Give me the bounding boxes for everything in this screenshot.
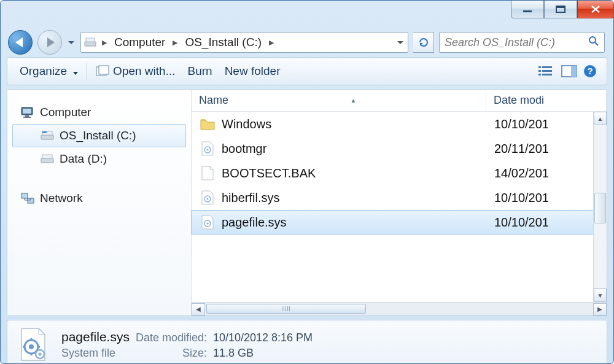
address-dropdown[interactable]	[394, 41, 406, 44]
help-button[interactable]: ?	[580, 62, 600, 80]
refresh-button[interactable]	[413, 32, 434, 53]
svg-rect-9	[538, 66, 541, 68]
details-text: pagefile.sys Date modified: 10/10/2012 8…	[61, 330, 313, 360]
svg-rect-22	[23, 117, 31, 118]
column-header-date[interactable]: Date modi	[486, 90, 607, 111]
scroll-track[interactable]	[594, 125, 607, 288]
breadcrumb-drive[interactable]: OS_Install (C:)	[181, 33, 265, 52]
vertical-scrollbar[interactable]: ▲ ▼	[593, 112, 607, 302]
file-row[interactable]: pagefile.sys10/10/201	[192, 210, 607, 234]
tree-item-network[interactable]: Network	[12, 187, 186, 210]
organize-button[interactable]: Organize	[14, 61, 84, 82]
folder-icon	[200, 116, 216, 132]
explorer-window: ▶ Computer ▶ OS_Install (C:) ▶ Organize …	[0, 0, 614, 364]
svg-rect-8	[99, 66, 109, 74]
scroll-thumb[interactable]	[206, 304, 366, 314]
file-type-icon	[16, 327, 50, 362]
file-name-cell: pagefile.sys	[192, 214, 487, 230]
toolbar: Organize Open with... Burn New folder ?	[7, 57, 607, 85]
details-datemod-label: Date modified:	[136, 331, 207, 344]
svg-rect-25	[42, 131, 47, 133]
svg-rect-28	[21, 193, 28, 198]
file-name: Windows	[222, 117, 271, 131]
address-row: ▶ Computer ▶ OS_Install (C:) ▶	[1, 28, 613, 57]
svg-rect-11	[538, 70, 541, 72]
file-name-cell: Windows	[192, 116, 487, 132]
view-button[interactable]	[537, 64, 559, 79]
tree-item-os-install[interactable]: OS_Install (C:)	[12, 124, 186, 147]
address-bar[interactable]: ▶ Computer ▶ OS_Install (C:) ▶	[80, 32, 408, 53]
file-date-cell: 10/10/201	[487, 215, 606, 230]
file-list[interactable]: Windows10/10/201bootmgr20/11/201BOOTSECT…	[192, 112, 607, 302]
svg-rect-16	[571, 66, 577, 77]
nav-history-dropdown[interactable]	[67, 30, 76, 55]
horizontal-scrollbar[interactable]: ◀ ▶	[192, 302, 607, 316]
navigation-pane[interactable]: Computer OS_Install (C:) Data (D:) Netwo…	[7, 90, 192, 316]
scroll-up-button[interactable]: ▲	[594, 112, 607, 125]
details-typedesc: System file	[61, 347, 130, 360]
svg-rect-13	[538, 74, 541, 76]
file-date-cell: 14/02/201	[487, 166, 606, 180]
open-with-button[interactable]: Open with...	[90, 61, 181, 82]
file-name-cell: BOOTSECT.BAK	[192, 165, 487, 181]
burn-label: Burn	[188, 64, 212, 78]
minimize-button[interactable]	[511, 0, 544, 18]
view-icon	[537, 64, 554, 78]
file-date-cell: 10/10/201	[487, 191, 606, 205]
search-icon	[588, 35, 600, 50]
file-row[interactable]: bootmgr20/11/201	[192, 136, 607, 161]
details-datemod-value: 10/10/2012 8:16 PM	[213, 331, 313, 344]
scroll-track[interactable]	[205, 303, 593, 316]
search-input[interactable]	[445, 36, 588, 49]
breadcrumb-sep-icon: ▶	[98, 39, 111, 47]
tree-label: OS_Install (C:)	[60, 129, 136, 142]
details-filename: pagefile.sys	[61, 330, 130, 344]
svg-rect-26	[41, 158, 53, 163]
column-label: Name	[199, 94, 228, 107]
tree-item-computer[interactable]: Computer	[12, 101, 186, 124]
file-name: BOOTSECT.BAK	[222, 166, 316, 180]
svg-rect-20	[23, 109, 31, 114]
open-with-icon	[96, 65, 109, 77]
preview-pane-button[interactable]	[559, 62, 580, 80]
title-bar	[1, 1, 613, 28]
search-box[interactable]	[439, 32, 605, 53]
breadcrumb-sep-icon: ▶	[169, 39, 181, 47]
maximize-button[interactable]	[544, 0, 577, 18]
svg-point-5	[589, 37, 596, 43]
details-size-label: Size:	[136, 347, 207, 360]
content-area: Computer OS_Install (C:) Data (D:) Netwo…	[7, 89, 607, 316]
scroll-right-button[interactable]: ▶	[593, 303, 607, 316]
column-label: Date modi	[494, 94, 544, 107]
window-controls	[511, 0, 614, 18]
svg-rect-3	[85, 42, 96, 46]
tree-item-data-d[interactable]: Data (D:)	[12, 147, 186, 171]
file-row[interactable]: Windows10/10/201	[192, 112, 607, 136]
computer-icon	[20, 106, 35, 118]
scroll-down-button[interactable]: ▼	[594, 288, 607, 302]
scroll-thumb[interactable]	[594, 193, 606, 223]
close-button[interactable]	[577, 0, 614, 18]
file-name: bootmgr	[222, 142, 266, 156]
file-row[interactable]: hiberfil.sys10/10/201	[192, 185, 607, 210]
breadcrumb-computer[interactable]: Computer	[111, 33, 169, 52]
column-header-name[interactable]: Name ▲	[192, 90, 486, 111]
organize-label: Organize	[20, 64, 67, 78]
burn-button[interactable]: Burn	[182, 61, 219, 82]
details-size-value: 11.8 GB	[213, 347, 313, 360]
nav-forward-button[interactable]	[37, 30, 62, 55]
new-folder-button[interactable]: New folder	[219, 61, 287, 82]
nav-back-button[interactable]	[8, 30, 33, 55]
svg-rect-23	[41, 135, 53, 139]
open-with-label: Open with...	[113, 64, 175, 78]
chevron-down-icon	[71, 64, 78, 78]
scroll-left-button[interactable]: ◀	[192, 303, 205, 316]
svg-rect-2	[556, 6, 565, 8]
svg-rect-10	[542, 66, 552, 68]
file-row[interactable]: BOOTSECT.BAK14/02/201	[192, 161, 607, 185]
file-icon	[200, 165, 216, 181]
toolbar-separator	[87, 63, 87, 80]
drive-icon	[40, 130, 55, 142]
file-icon	[200, 190, 216, 206]
file-date-cell: 20/11/201	[487, 142, 606, 156]
